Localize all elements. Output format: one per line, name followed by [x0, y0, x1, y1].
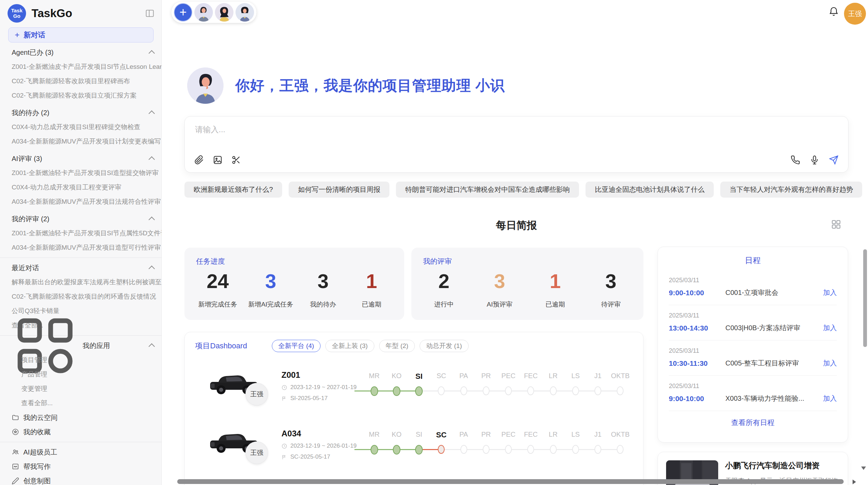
- sidebar-section-header[interactable]: 我的评审 (2): [0, 212, 161, 226]
- news-title: 小鹏飞行汽车制造公司增资: [725, 460, 842, 471]
- milestone-dot: [438, 445, 445, 454]
- milestone-track: MR KO SI: [363, 357, 631, 396]
- sidebar-task-item[interactable]: A034-全新新能源MUV产品开发项目造型可行性评审: [0, 240, 161, 255]
- paperclip-icon[interactable]: [194, 155, 204, 165]
- milestone-node: FEC: [520, 415, 542, 455]
- collapse-sidebar-icon[interactable]: [145, 9, 155, 18]
- sidebar-section-header[interactable]: 我的待办 (2): [0, 105, 161, 120]
- schedule-item: 2025/03/11 13:00-14:30 C003|H0B-方案冻结评审 加…: [669, 305, 837, 340]
- scroll-down-arrow-icon[interactable]: [861, 467, 866, 470]
- horizontal-scrollbar[interactable]: [177, 479, 844, 484]
- suggestion-chip[interactable]: 如何写一份清晰的项目周报: [289, 182, 389, 198]
- project-row[interactable]: 王强 Z001 2023-12-19 ~ 2027-01-19 S: [195, 357, 633, 411]
- project-milestone-date: SI-2025-05-17: [290, 395, 328, 402]
- sidebar-task-item[interactable]: A034-全新新能源MUV产品开发项目计划变更表编写: [0, 134, 161, 149]
- chat-input[interactable]: [194, 125, 676, 135]
- stat-label: 我的待办: [304, 300, 342, 309]
- sidebar-section-title: 我的待办 (2): [12, 108, 149, 117]
- microphone-icon[interactable]: [810, 155, 819, 165]
- sidebar-task-item[interactable]: C0X4-动力总成开发项目SI里程碑提交物检查: [0, 120, 161, 134]
- sidebar-divider: [0, 442, 161, 442]
- suggestion-chips: 欧洲新规最近颁布了什么? 如何写一份清晰的项目周报 特朗普可能对进口汽车增税会对…: [184, 182, 849, 198]
- scissors-icon[interactable]: [231, 155, 241, 165]
- users-icon: [12, 448, 19, 456]
- join-meeting-link[interactable]: 加入: [823, 359, 837, 368]
- schedule-title: 日程: [669, 255, 837, 266]
- sidebar-task-item[interactable]: C0X4-动力总成开发项目工程变更评审: [0, 180, 161, 195]
- add-agent-button[interactable]: +: [174, 3, 192, 22]
- sidebar-item-creative-draw[interactable]: 创意制图: [0, 474, 161, 485]
- project-milestone: SI-2025-05-17: [281, 395, 357, 402]
- stat: 3 新增AI完成任务: [248, 271, 293, 309]
- app-item[interactable]: 产品管理: [0, 367, 161, 382]
- recent-chat-item[interactable]: 解释最新出台的欧盟报废车法规再生塑料比例被调至15%...: [0, 275, 161, 289]
- sidebar-task-item[interactable]: C02-飞腾新能源轻客改款项目里程碑画布: [0, 74, 161, 88]
- suggestion-chip[interactable]: 当下年轻人对汽车外观有怎样的喜好趋势: [720, 182, 862, 198]
- sidebar-header: Task Go TaskGo: [0, 3, 161, 24]
- join-meeting-link[interactable]: 加入: [823, 394, 837, 403]
- project-info: A034 2023-12-19 ~ 2026-01-19 SC-2025-05-…: [281, 429, 357, 460]
- sidebar-task-item[interactable]: Z001-全新燃油轻卡产品开发项目SI造型提交物评审: [0, 166, 161, 180]
- project-row[interactable]: 王强 A034 2023-12-19 ~ 2026-01-19 S: [195, 415, 633, 469]
- agent-avatar[interactable]: [236, 3, 254, 22]
- suggestion-chip[interactable]: 特朗普可能对进口汽车增税会对中国车企造成哪些影响: [396, 182, 579, 198]
- milestone-node: PEC: [497, 415, 520, 455]
- schedule-event-title: C001-立项审批会: [725, 288, 819, 297]
- clock-icon: [281, 443, 287, 449]
- milestone-label: OKTB: [611, 431, 629, 439]
- stat-line: 24 新增完成任务 3 新增AI完成任务 3 我的待办: [196, 271, 393, 309]
- sidebar-section-header[interactable]: Agent已办 (3): [0, 45, 161, 60]
- stat: 24 新增完成任务: [198, 271, 237, 309]
- app-item[interactable]: 项目管理: [0, 353, 161, 367]
- dashboard-filter-chip[interactable]: 年型 (2): [379, 340, 415, 352]
- sidebar-task-item[interactable]: Z001-全新燃油轻卡产品开发项目SI节点属性5D文件评审: [0, 226, 161, 240]
- milestone-node: LS: [564, 357, 587, 396]
- user-avatar[interactable]: 王强: [844, 3, 866, 25]
- sidebar-item-cloud-space[interactable]: 我的云空间: [0, 410, 161, 425]
- scroll-right-arrow-icon[interactable]: [853, 480, 856, 484]
- recent-chat-item[interactable]: C02-飞腾新能源轻客改款项目的闭环通告反馈情况: [0, 289, 161, 304]
- sidebar-task-item[interactable]: Z001-全新燃油皮卡产品开发项目SI节点Lesson Learn报告: [0, 60, 161, 74]
- sidebar-task-item[interactable]: A034-全新新能源MUV产品开发项目法规符合性评审: [0, 195, 161, 209]
- phone-icon[interactable]: [791, 155, 800, 165]
- join-meeting-link[interactable]: 加入: [823, 288, 837, 297]
- project-owner-badge: 王强: [245, 383, 268, 406]
- apps-view-all[interactable]: 查看全部...: [0, 396, 161, 410]
- suggestion-chip[interactable]: 欧洲新规最近颁布了什么?: [184, 182, 282, 198]
- sidebar-divider: [0, 258, 161, 258]
- milestone-node: MR: [363, 415, 385, 455]
- sidebar-task-item[interactable]: C02-飞腾新能源轻客改款项目立项汇报方案: [0, 88, 161, 103]
- vertical-scrollbar[interactable]: [863, 249, 867, 347]
- milestone-label: PA: [459, 372, 468, 381]
- sidebar-section-header[interactable]: AI评审 (3): [0, 151, 161, 166]
- image-icon[interactable]: [213, 155, 222, 165]
- recent-chats-header[interactable]: 最近对话: [0, 261, 161, 275]
- new-chat-button[interactable]: + 新对话: [8, 27, 154, 42]
- dashboard-filter-chip[interactable]: 动总开发 (1): [420, 340, 469, 352]
- send-icon[interactable]: [829, 155, 839, 165]
- sidebar-item-favorites[interactable]: 我的收藏: [0, 425, 161, 439]
- sidebar-item-ai-employee[interactable]: AI超级员工: [0, 445, 161, 459]
- schedule-row: 9:00-10:00 X003-车辆动力学性能验... 加入: [669, 394, 837, 403]
- dashboard-filter-chip[interactable]: 全新上装 (3): [325, 340, 374, 352]
- suggestion-chip[interactable]: 比亚迪全固态电池计划具体说了什么: [586, 182, 714, 198]
- assistant-avatar: [187, 67, 224, 104]
- agent-avatar[interactable]: [215, 3, 233, 22]
- agent-avatar[interactable]: [194, 3, 213, 22]
- stat-value: 3: [304, 271, 342, 292]
- milestone-node: PR: [475, 357, 497, 396]
- sidebar-item-help-write[interactable]: 帮我写作: [0, 459, 161, 474]
- dashboard-filter-chip[interactable]: 全新平台 (4): [272, 340, 321, 352]
- view-all-schedule-link[interactable]: 查看所有日程: [669, 418, 837, 427]
- milestone-dot: [371, 445, 378, 455]
- milestone-dot: [505, 386, 512, 395]
- app-item[interactable]: 变更管理: [0, 382, 161, 396]
- stat-label: 已逾期: [353, 300, 390, 309]
- composer-actions: [791, 155, 839, 165]
- milestone-label: LS: [571, 431, 580, 439]
- layout-grid-icon[interactable]: [831, 219, 841, 229]
- milestone-label: MR: [369, 431, 379, 439]
- join-meeting-link[interactable]: 加入: [823, 323, 837, 333]
- notifications-bell-icon[interactable]: [828, 6, 839, 17]
- my-apps-header[interactable]: 我的应用: [0, 338, 161, 353]
